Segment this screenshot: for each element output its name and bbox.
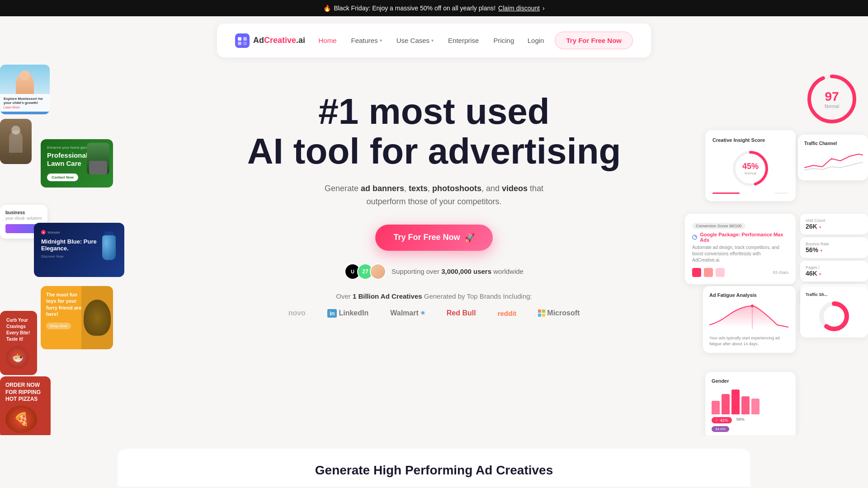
gender-female: 58%	[736, 417, 745, 423]
brand-redbull: Red Bull	[447, 309, 476, 317]
svg-rect-0	[235, 33, 250, 48]
traffic-share-title: Traffic Sh...	[806, 292, 863, 297]
hero-cta-button[interactable]: Try For Free Now 🚀	[375, 225, 492, 251]
nav-features[interactable]: Features ▾	[351, 37, 382, 44]
login-link[interactable]: Login	[528, 37, 544, 44]
brands-section: Over 1 Billion Ad Creatives Generated by…	[118, 292, 750, 318]
banner-text: Black Friday: Enjoy a massive 50% off on…	[334, 5, 495, 12]
toys-card: The most fun toys for your furry friend …	[41, 286, 113, 349]
nav-right: Login Try For Free Now	[528, 32, 633, 49]
gender-title: Gender	[712, 378, 789, 384]
metric-pages-label: Pages /	[806, 265, 863, 270]
brand-linkedin: in LinkedIn	[327, 309, 368, 318]
toys-btn[interactable]: Shop Now!	[46, 323, 71, 329]
metric-bounce-label: Bounce Rate	[806, 242, 863, 246]
cloud-sub: your cloud- solution!	[5, 216, 42, 221]
microsoft-icon	[538, 310, 545, 317]
food-text: Curb Your Cravings Every Bite! Taste it!	[6, 317, 31, 343]
metric-visit: Visit Count 26K +	[800, 214, 868, 235]
banner-arrow: ›	[542, 5, 545, 12]
svg-rect-6	[542, 310, 545, 313]
lawn-care-card: Enhance your home garden Professional La…	[41, 139, 113, 188]
score-widget: 97 Normal	[796, 65, 868, 133]
metric-visit-value: 26K +	[806, 223, 863, 230]
metric-bounce: Bounce Rate 56% +	[800, 237, 868, 258]
svg-rect-3	[238, 42, 241, 45]
metric-visit-label: Visit Count	[806, 218, 863, 223]
svg-rect-8	[542, 314, 545, 317]
gender-male: ♂ 42%	[712, 417, 732, 423]
brand-novo: novo	[288, 309, 306, 317]
hero-section: #1 most used AI tool for advertising Gen…	[108, 65, 760, 336]
brand-microsoft: Microsoft	[538, 309, 580, 317]
nav-pricing[interactable]: Pricing	[493, 37, 514, 44]
traffic-chart-svg	[804, 150, 863, 172]
user-avatars: U 27	[344, 263, 386, 280]
perfume-brand: Wonder	[47, 230, 60, 235]
chevron-down-icon: ▾	[380, 38, 382, 43]
avatar-user	[370, 263, 386, 280]
montessori-btn[interactable]: Learn More	[4, 106, 46, 109]
bottom-card: Generate High Performing Ad Creatives	[118, 449, 750, 487]
gender-labels: ♂ 42% 58%	[712, 417, 789, 423]
logo-icon	[235, 33, 250, 48]
pizza-panel: ORDER NOW FOR RIPPING HOT PIZZAS 🍕	[0, 376, 51, 435]
main-wrapper: Explore Montessori for your child's grow…	[0, 65, 868, 435]
bottom-section: Generate High Performing Ad Creatives	[0, 435, 868, 487]
svg-rect-5	[538, 310, 541, 313]
hero-heading: #1 most used AI tool for advertising	[118, 92, 750, 171]
logo-text: AdCreative.ai	[253, 36, 305, 45]
fatigue-desc: Your ads typically start experiencing ad…	[709, 335, 789, 347]
lawn-btn[interactable]: Contact Now	[47, 174, 78, 181]
nav-enterprise[interactable]: Enterprise	[448, 37, 479, 44]
donut-svg	[818, 300, 850, 332]
traffic-donut	[818, 300, 850, 332]
brands-logos: novo in LinkedIn Walmart✳ Red Bull reddi…	[118, 309, 750, 318]
top-banner: 🔥 Black Friday: Enjoy a massive 50% off …	[0, 0, 868, 16]
nav-links: Home Features ▾ Use Cases ▾ Enterprise P…	[319, 37, 514, 44]
nav-home[interactable]: Home	[319, 37, 337, 44]
brands-label: Over 1 Billion Ad Creatives Generated by…	[118, 292, 750, 300]
montessori-card: Explore Montessori for your child's grow…	[0, 65, 50, 114]
cloud-title: business	[5, 210, 42, 215]
score-label: Normal	[825, 104, 839, 109]
brand-walmart: Walmart✳	[390, 309, 425, 317]
navigation: AdCreative.ai Home Features ▾ Use Cases …	[217, 23, 651, 57]
svg-rect-7	[538, 314, 541, 317]
nav-cta-button[interactable]: Try For Free Now	[555, 32, 633, 49]
metric-bounce-value: 56% +	[806, 246, 863, 253]
bottom-heading: Generate High Performing Ad Creatives	[136, 463, 732, 478]
svg-rect-2	[243, 37, 247, 41]
rocket-icon: 🚀	[465, 233, 475, 243]
metric-pages-value: 46K +	[806, 270, 863, 277]
banner-emoji: 🔥	[323, 5, 331, 12]
metric-pages: Pages / 46K +	[800, 261, 868, 282]
users-text: Supporting over 3,000,000 users worldwid…	[392, 267, 524, 275]
gender-card: Gender ♂ 42% 58% 34,4%	[705, 372, 796, 435]
banner-link[interactable]: Claim discount	[498, 5, 540, 12]
gender-bar-value: 34,4%	[712, 426, 729, 432]
chevron-down-icon: ▾	[431, 38, 434, 43]
montessori-text: Explore Montessori for your child's grow…	[4, 97, 46, 105]
gender-bars	[712, 387, 789, 414]
brand-reddit: reddit	[498, 310, 517, 317]
traffic-title: Traffic Channel	[804, 141, 862, 146]
traffic-share-card: Traffic Sh...	[800, 287, 868, 338]
chess-card	[0, 119, 32, 164]
svg-rect-4	[243, 42, 247, 45]
nav-use-cases[interactable]: Use Cases ▾	[396, 37, 434, 44]
users-row: U 27 Supporting over 3,000,000 users wor…	[118, 263, 750, 280]
pizza-text: ORDER NOW FOR RIPPING HOT PIZZAS	[5, 382, 45, 403]
hero-description: Generate ad banners, texts, photoshoots,…	[118, 182, 750, 208]
toys-text: The most fun toys for your furry friend …	[46, 291, 82, 317]
score-value: 97	[825, 89, 839, 104]
svg-rect-1	[238, 37, 241, 41]
food-panel: Curb Your Cravings Every Bite! Taste it!…	[0, 311, 37, 375]
traffic-channel-card: Traffic Channel	[798, 135, 868, 180]
logo[interactable]: AdCreative.ai	[235, 33, 305, 48]
